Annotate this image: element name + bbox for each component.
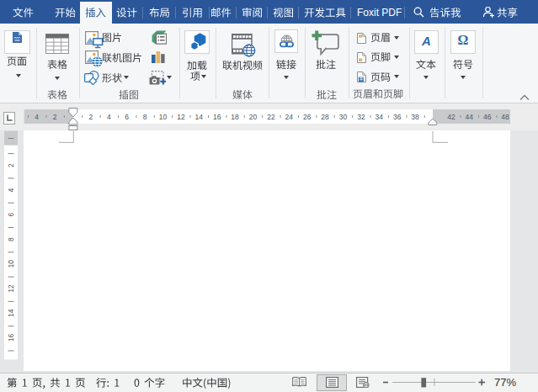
svg-text:6: 6 — [7, 213, 15, 217]
svg-text:24: 24 — [285, 113, 294, 121]
svg-text:4: 4 — [7, 188, 15, 192]
svg-text:44: 44 — [466, 113, 474, 121]
svg-text:#: # — [360, 76, 363, 82]
svg-text:6: 6 — [125, 113, 129, 121]
svg-text:10: 10 — [159, 113, 168, 121]
svg-text:12: 12 — [7, 284, 15, 293]
svg-text:26: 26 — [303, 113, 312, 121]
svg-text:34: 34 — [376, 113, 384, 121]
svg-text:2: 2 — [53, 113, 57, 121]
svg-text:8: 8 — [143, 113, 147, 121]
svg-text:32: 32 — [357, 113, 365, 121]
svg-text:14: 14 — [195, 113, 204, 121]
svg-text:22: 22 — [267, 113, 275, 121]
svg-text:46: 46 — [483, 113, 492, 121]
svg-text:30: 30 — [339, 113, 348, 121]
svg-text:4: 4 — [35, 113, 39, 121]
svg-text:2: 2 — [7, 163, 15, 167]
svg-text:8: 8 — [7, 237, 15, 241]
svg-text:4: 4 — [107, 113, 111, 121]
svg-text:10: 10 — [7, 260, 15, 268]
svg-text:42: 42 — [447, 113, 455, 121]
svg-text:36: 36 — [393, 113, 402, 121]
svg-text:14: 14 — [7, 309, 15, 317]
svg-text:2: 2 — [89, 113, 93, 121]
svg-text:38: 38 — [411, 113, 419, 121]
svg-text:28: 28 — [321, 113, 329, 121]
svg-text:12: 12 — [177, 113, 185, 121]
svg-text:48: 48 — [501, 113, 509, 121]
svg-text:20: 20 — [249, 113, 258, 121]
svg-text:18: 18 — [231, 113, 239, 121]
svg-text:16: 16 — [213, 113, 221, 121]
svg-text:77%: 77% — [494, 376, 516, 389]
svg-text:16: 16 — [7, 334, 15, 342]
